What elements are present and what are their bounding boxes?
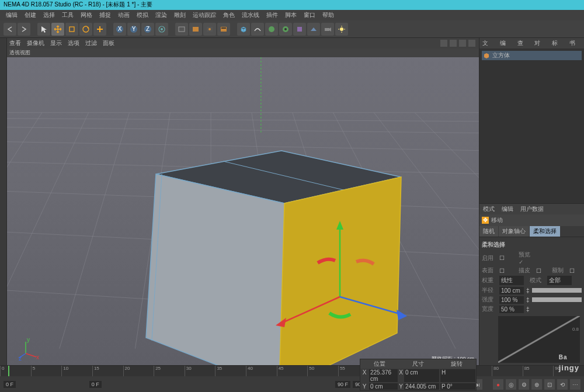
menu-item[interactable]: 窗口 (300, 11, 319, 19)
key-settings-button[interactable]: ⚙ (519, 379, 529, 390)
tab-view[interactable]: 查看 (515, 38, 532, 48)
attr-tab-edit[interactable]: 编辑 (498, 204, 517, 214)
pos-x-field[interactable]: 225.376 cm (369, 369, 398, 382)
menu-item[interactable]: 选择 (40, 11, 58, 19)
subtab-softselect[interactable]: 柔和选择 (530, 226, 560, 237)
vp-nav-icon[interactable] (440, 40, 447, 47)
menu-item[interactable]: 流水线 (238, 11, 263, 19)
coord-tab-size[interactable]: 尺寸 (399, 359, 437, 369)
tab-bookmarks[interactable]: 书签 (566, 38, 584, 48)
menu-item[interactable]: 运动跟踪 (189, 11, 220, 19)
deformer-button[interactable] (293, 23, 306, 36)
last-tool[interactable] (93, 23, 106, 36)
menu-item[interactable]: 网格 (77, 11, 96, 19)
record-button[interactable]: ● (493, 379, 503, 390)
vp-menu-item[interactable]: 面板 (103, 39, 114, 47)
menu-item[interactable]: 角色 (220, 11, 238, 19)
render-settings-button[interactable] (217, 23, 230, 36)
playhead[interactable] (8, 366, 9, 376)
radius-field[interactable]: 100 cm (499, 287, 524, 294)
vp-nav-icon[interactable] (450, 40, 457, 47)
viewport-3d[interactable]: y x z 网格间距 : 100 cm (7, 57, 479, 365)
menu-item[interactable]: 捕捉 (96, 11, 114, 19)
x-axis-button[interactable]: X (113, 23, 126, 36)
coord-tab-rot[interactable]: 旋转 (437, 359, 476, 369)
menu-item[interactable]: 工具 (58, 11, 77, 19)
size-x-field[interactable]: 0 cm (404, 369, 439, 382)
menu-item[interactable]: 动画 (114, 11, 133, 19)
cube-object[interactable] (135, 145, 410, 365)
max-label: 额制 (552, 266, 567, 275)
menu-item[interactable]: 模拟 (133, 11, 152, 19)
curframe-field[interactable]: 0 F (89, 381, 102, 388)
generator-button[interactable] (265, 23, 278, 36)
y-axis-button[interactable]: Y (127, 23, 140, 36)
rot-p-field[interactable]: P 0° (440, 383, 475, 390)
key-rot-button[interactable]: ⟲ (557, 379, 568, 390)
generator2-button[interactable] (279, 23, 292, 36)
previewend-field[interactable]: 90 F (335, 381, 350, 388)
strength-slider[interactable] (532, 297, 582, 302)
redo-button[interactable] (18, 23, 30, 36)
z-axis-button[interactable]: Z (141, 23, 154, 36)
mode-dropdown[interactable]: 全部 (547, 276, 572, 285)
spline-button[interactable] (251, 23, 264, 36)
startframe-field[interactable]: 0 F (4, 381, 16, 388)
rotate-tool[interactable] (79, 23, 92, 36)
rot-h-field[interactable]: H (440, 369, 475, 382)
key-pos-button[interactable]: ⊕ (531, 379, 542, 390)
vp-menu-item[interactable]: 查看 (9, 39, 21, 47)
cube-primitive-button[interactable] (237, 23, 250, 36)
camera-button[interactable] (321, 23, 334, 36)
tab-object[interactable]: 对象 (531, 38, 549, 48)
attr-tab-mode[interactable]: 模式 (479, 204, 498, 214)
menu-item[interactable]: 创建 (21, 11, 40, 19)
move-tool[interactable] (51, 23, 64, 36)
tab-edit[interactable]: 编辑 (497, 38, 515, 48)
vp-nav-icon[interactable] (468, 40, 475, 47)
environment-button[interactable] (307, 23, 320, 36)
tab-file[interactable]: 文件 (479, 38, 497, 48)
light-button[interactable] (335, 23, 348, 36)
vp-menu-item[interactable]: 选项 (68, 39, 79, 47)
vp-nav-icon[interactable] (459, 40, 466, 47)
tl-tick: 80 (492, 366, 523, 376)
select-tool[interactable] (37, 23, 50, 36)
menu-item[interactable]: 渲染 (152, 11, 171, 19)
render-view-button[interactable] (175, 23, 188, 36)
weight-dropdown[interactable]: 线性 (499, 276, 524, 285)
menu-item[interactable]: 脚本 (281, 11, 300, 19)
attr-tab-userdata[interactable]: 用户数据 (517, 204, 547, 214)
width-field[interactable]: 50 % (499, 306, 524, 313)
coord-system-button[interactable] (155, 23, 168, 36)
render-to-pv-button[interactable] (203, 23, 216, 36)
vp-menu-item[interactable]: 显示 (50, 39, 62, 47)
key-scale-button[interactable]: ⊡ (544, 379, 555, 390)
undo-button[interactable] (4, 23, 16, 36)
pos-y-field[interactable]: 0 cm (369, 383, 398, 390)
vp-menu-item[interactable]: 摄像机 (27, 39, 44, 47)
preview-label: 预览 ✓ (519, 251, 534, 265)
tree-item-cube[interactable]: 立方体 (482, 51, 582, 60)
scale-tool[interactable] (65, 23, 78, 36)
tab-tags[interactable]: 标签 (549, 38, 566, 48)
subtab-axis[interactable]: 对象轴心 (499, 226, 529, 237)
menu-item[interactable]: 帮助 (319, 11, 338, 19)
menu-item[interactable]: 编辑 (2, 11, 21, 19)
svg-marker-43 (146, 174, 284, 365)
render-region-button[interactable] (189, 23, 202, 36)
size-y-field[interactable]: 244.005 cm (404, 383, 439, 390)
radius-slider[interactable] (532, 288, 582, 293)
vp-menu-item[interactable]: 过滤 (85, 39, 97, 47)
autokey-button[interactable]: ◎ (506, 379, 516, 390)
subtab-random[interactable]: 随机 (479, 226, 498, 237)
timeline-ruler[interactable]: 0 5 10 15 20 25 30 35 40 45 50 55 60 65 … (0, 366, 584, 376)
menu-item[interactable]: 插件 (263, 11, 281, 19)
strength-field[interactable]: 100 % (499, 296, 524, 304)
coord-tab-pos[interactable]: 位置 (360, 359, 399, 369)
strength-label: 强度 (482, 296, 497, 304)
menu-item[interactable]: 雕刻 (171, 11, 189, 19)
edge-label: 描皮 (519, 266, 534, 275)
key-param-button[interactable]: ⋯ (570, 379, 580, 390)
object-tree[interactable]: 立方体 (479, 48, 584, 203)
